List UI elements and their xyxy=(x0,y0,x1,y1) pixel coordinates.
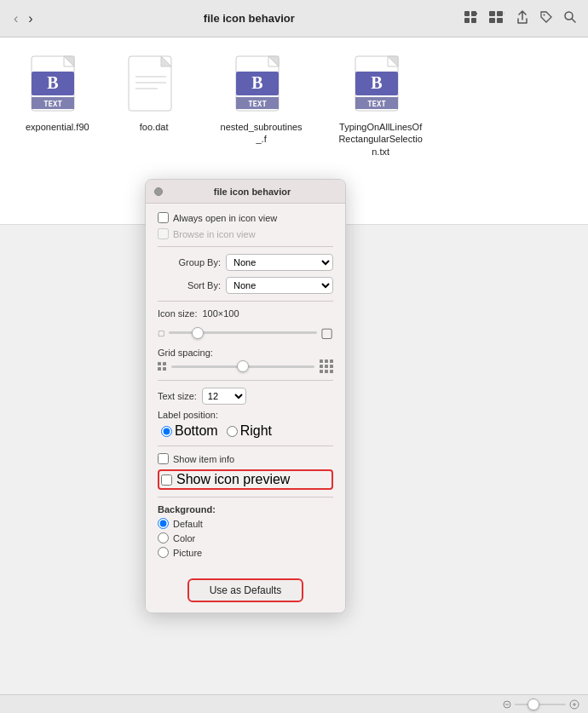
forward-button[interactable]: › xyxy=(25,9,36,28)
panel-titlebar: file icon behavior xyxy=(146,180,345,204)
always-open-label[interactable]: Always open in icon view xyxy=(173,213,277,223)
tag-button[interactable] xyxy=(539,9,554,27)
sort-by-select[interactable]: None Name Kind Date Modified xyxy=(226,277,333,294)
file-icon-exponential: B TEXT xyxy=(26,55,88,116)
separator-5 xyxy=(158,497,333,497)
file-icon-nested: B TEXT xyxy=(231,55,292,116)
bg-color-label[interactable]: Color xyxy=(173,533,195,543)
always-open-row: Always open in icon view xyxy=(158,212,333,223)
svg-rect-4 xyxy=(489,11,495,16)
svg-text:B: B xyxy=(371,73,382,92)
label-right-item: Right xyxy=(227,423,272,439)
icon-size-sm-icon: ▢ xyxy=(158,329,165,337)
sort-by-row: Sort By: None Name Kind Date Modified xyxy=(158,277,333,294)
separator-2 xyxy=(158,301,333,302)
panel-footer: Use as Defaults xyxy=(146,570,345,612)
separator-3 xyxy=(158,380,333,381)
background-label: Background: xyxy=(158,504,333,515)
label-position-label: Label position: xyxy=(158,410,333,420)
window-title: file icon behavior xyxy=(43,12,455,25)
grid-spacing-label: Grid spacing: xyxy=(158,348,333,358)
share-button[interactable] xyxy=(515,9,530,28)
grid-spacing-slider[interactable] xyxy=(171,365,314,368)
show-icon-preview-row: Show icon preview xyxy=(158,469,333,490)
bg-default-label[interactable]: Default xyxy=(173,519,203,529)
svg-rect-6 xyxy=(489,18,495,23)
show-item-info-checkbox[interactable] xyxy=(158,453,169,464)
file-item[interactable]: foo.dat xyxy=(124,55,185,133)
view-icon-grid[interactable] xyxy=(462,9,479,28)
grid-spacing-sm-icon xyxy=(158,362,166,371)
separator-4 xyxy=(158,446,333,446)
panel-body: Always open in icon view Browse in icon … xyxy=(146,204,345,570)
separator-1 xyxy=(158,246,333,247)
show-icon-preview-checkbox[interactable] xyxy=(161,474,172,486)
label-right-radio[interactable] xyxy=(227,426,238,437)
traffic-light-close[interactable] xyxy=(154,187,163,196)
svg-text:TEXT: TEXT xyxy=(43,100,62,108)
svg-text:B: B xyxy=(48,73,59,92)
search-button[interactable] xyxy=(562,9,578,27)
group-by-select[interactable]: None Name Kind Date Modified xyxy=(226,254,333,271)
svg-marker-8 xyxy=(504,12,504,14)
show-icon-preview-outline: Show icon preview xyxy=(158,469,333,490)
bg-picture-row: Picture xyxy=(158,547,333,558)
svg-text:B: B xyxy=(251,73,262,92)
svg-rect-0 xyxy=(464,11,470,16)
zoom-slider[interactable] xyxy=(515,704,566,705)
label-right-label[interactable]: Right xyxy=(240,423,272,439)
file-icon-foo xyxy=(124,55,185,116)
sort-by-label: Sort By: xyxy=(158,280,221,290)
status-bar xyxy=(0,694,588,713)
file-name-exponential: exponential.f90 xyxy=(26,121,89,133)
file-name-nested: nested_subroutines_.f xyxy=(219,121,304,146)
browse-label: Browse in icon view xyxy=(173,229,256,239)
file-item[interactable]: B TEXT nested_subroutines_.f xyxy=(219,55,304,146)
background-section: Background: Default Color Picture xyxy=(158,504,333,558)
svg-point-9 xyxy=(544,14,545,16)
browse-checkbox[interactable] xyxy=(158,228,169,239)
grid-spacing-lg-icon xyxy=(320,359,333,373)
icon-size-row: Icon size: 100×100 xyxy=(158,308,333,319)
bg-picture-radio[interactable] xyxy=(158,547,169,558)
file-item[interactable]: B TEXT TypingOnAllLinesOfRectangularSele… xyxy=(338,55,424,158)
use-defaults-button[interactable]: Use as Defaults xyxy=(187,578,304,602)
toolbar-icons xyxy=(462,9,578,28)
show-icon-preview-label[interactable]: Show icon preview xyxy=(176,472,290,487)
bg-color-radio[interactable] xyxy=(158,532,169,543)
text-size-select[interactable]: 10 11 12 13 14 16 xyxy=(202,388,246,405)
browse-row: Browse in icon view xyxy=(158,228,333,239)
show-item-info-row: Show item info xyxy=(158,453,333,464)
back-button[interactable]: ‹ xyxy=(10,9,21,28)
nav-buttons: ‹ › xyxy=(10,9,37,28)
svg-rect-3 xyxy=(471,18,476,23)
icon-size-slider[interactable] xyxy=(169,331,317,334)
svg-line-11 xyxy=(572,19,575,22)
zoom-in-icon xyxy=(569,699,579,710)
icon-size-label: Icon size: xyxy=(158,308,197,319)
bg-default-radio[interactable] xyxy=(158,518,169,529)
view-options-panel: file icon behavior Always open in icon v… xyxy=(145,179,346,613)
svg-rect-2 xyxy=(464,18,470,23)
svg-text:TEXT: TEXT xyxy=(248,100,267,108)
file-name-typing: TypingOnAllLinesOfRectangularSelection.t… xyxy=(338,121,424,158)
view-icon-list[interactable] xyxy=(487,9,506,28)
bg-default-row: Default xyxy=(158,518,333,529)
label-bottom-label[interactable]: Bottom xyxy=(175,423,218,439)
bg-color-row: Color xyxy=(158,532,333,543)
group-by-label: Group By: xyxy=(158,257,221,267)
label-bottom-item: Bottom xyxy=(161,423,218,439)
panel-title: file icon behavior xyxy=(168,187,337,197)
file-item[interactable]: B TEXT exponential.f90 xyxy=(26,55,89,133)
zoom-out-icon xyxy=(503,700,511,709)
svg-text:TEXT: TEXT xyxy=(367,100,386,108)
show-item-info-label[interactable]: Show item info xyxy=(173,454,234,464)
group-by-row: Group By: None Name Kind Date Modified xyxy=(158,254,333,271)
svg-rect-5 xyxy=(497,11,503,16)
bg-picture-label[interactable]: Picture xyxy=(173,548,202,558)
svg-rect-7 xyxy=(497,18,503,23)
always-open-checkbox[interactable] xyxy=(158,212,169,223)
zoom-control xyxy=(503,699,579,710)
icon-size-lg-icon: ▢ xyxy=(320,325,333,341)
label-bottom-radio[interactable] xyxy=(161,426,172,437)
